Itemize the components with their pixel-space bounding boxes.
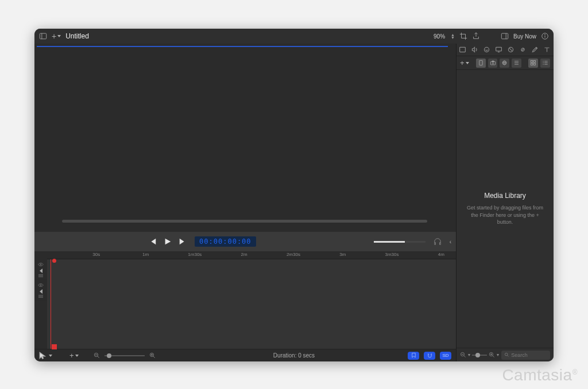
ruler-mark: 3m: [339, 252, 346, 257]
svg-point-52: [505, 353, 508, 356]
add-button[interactable]: +: [52, 32, 61, 40]
sidebar-toolbar: +: [457, 56, 554, 70]
playhead[interactable]: [51, 259, 51, 349]
playback-controls: [149, 236, 187, 247]
zoom-stepper[interactable]: ▲▼: [451, 33, 455, 39]
cursor-tool-icon[interactable]: [39, 352, 52, 360]
tab-audio-icon[interactable]: [471, 46, 478, 53]
zoom-out-icon[interactable]: [94, 352, 100, 359]
media-library-title: Media Library: [484, 192, 526, 200]
sidebar-tabs: [457, 44, 554, 56]
canvas-area-wrap: [34, 44, 456, 232]
svg-point-17: [484, 47, 489, 52]
playhead-handle-bottom[interactable]: [52, 344, 57, 349]
sidebar-search-input[interactable]: [511, 352, 547, 358]
prev-frame-button[interactable]: [149, 238, 157, 246]
buy-now-link[interactable]: Buy Now: [513, 33, 536, 40]
info-icon[interactable]: [541, 32, 549, 40]
svg-rect-37: [531, 63, 532, 65]
sidebar-add-button[interactable]: +: [460, 59, 469, 67]
ruler-mark: 2m30s: [287, 252, 300, 257]
view-rows-icon[interactable]: [540, 59, 550, 68]
sidebar-zoom-slider[interactable]: [472, 355, 487, 356]
sb-zoom-out-caret[interactable]: ▾: [468, 352, 470, 357]
add-track-button[interactable]: +: [69, 352, 79, 360]
view-device-icon[interactable]: [476, 59, 486, 68]
tab-block-icon[interactable]: [507, 46, 514, 53]
svg-line-49: [493, 356, 494, 357]
tab-monitor-icon[interactable]: [495, 46, 502, 53]
view-grid-icon[interactable]: [528, 59, 538, 68]
ruler-mark: 3m30s: [385, 252, 399, 257]
svg-rect-24: [479, 60, 482, 65]
tab-cursor-icon[interactable]: [483, 46, 490, 53]
svg-point-6: [545, 34, 546, 35]
timeline-ruler[interactable]: 30s1m1m30s2m2m30s3m3m30s4m: [47, 251, 456, 259]
app-window: + Untitled 90% ▲▼ Buy Now: [34, 29, 554, 361]
timecode-display[interactable]: 00:00:00:00: [195, 236, 256, 247]
zoom-in-icon[interactable]: [149, 352, 156, 359]
track-headers: [34, 251, 47, 349]
grip-icon: [38, 295, 43, 298]
sidebar-toggle-icon[interactable]: [39, 32, 47, 40]
track-area[interactable]: 30s1m1m30s2m2m30s3m3m30s4m: [47, 251, 456, 349]
view-globe-icon[interactable]: [500, 59, 509, 68]
right-sidebar: + Media Library Get started by dragging …: [456, 44, 554, 361]
share-icon[interactable]: [472, 32, 480, 40]
timeline-tracks[interactable]: [47, 259, 456, 349]
speaker-icon: [40, 289, 42, 294]
sidebar-zoom-controls: ▾ ▾: [460, 352, 499, 358]
svg-point-27: [492, 63, 494, 64]
timeline-zoom-slider[interactable]: [105, 355, 145, 356]
view-list-icon[interactable]: [512, 59, 521, 68]
sb-zoom-out-icon[interactable]: [460, 352, 466, 358]
top-toolbar: + Untitled 90% ▲▼ Buy Now: [34, 29, 554, 44]
svg-line-13: [153, 356, 154, 358]
marker-pill[interactable]: [408, 352, 419, 360]
svg-rect-35: [531, 60, 532, 62]
duration-label: Duration: 0 secs: [273, 352, 315, 359]
collapse-caret[interactable]: ‹: [450, 239, 451, 245]
ruler-mark: 1m30s: [188, 252, 202, 257]
playhead-handle-top[interactable]: [52, 259, 56, 263]
svg-rect-36: [533, 60, 535, 62]
canvas-scrollbar-h[interactable]: [62, 220, 427, 223]
crop-icon[interactable]: [459, 32, 467, 40]
project-title: Untitled: [65, 32, 89, 40]
svg-point-8: [40, 285, 41, 286]
sidebar-search[interactable]: [501, 351, 550, 360]
snap-pill[interactable]: SD: [440, 352, 451, 360]
tab-link-icon[interactable]: [519, 46, 527, 53]
editor-column: 00:00:00:00 ‹: [34, 44, 456, 361]
grip-icon: [38, 274, 43, 277]
play-button[interactable]: [163, 236, 173, 247]
svg-line-53: [508, 356, 509, 357]
sb-zoom-in-caret[interactable]: ▾: [497, 352, 499, 357]
track-header-2[interactable]: [34, 280, 47, 301]
svg-rect-0: [40, 33, 46, 39]
volume-slider[interactable]: [374, 241, 425, 243]
canvas-zoom-value[interactable]: 90%: [434, 33, 445, 40]
tab-edit-icon[interactable]: [531, 46, 539, 53]
svg-rect-38: [533, 63, 535, 65]
headphones-icon[interactable]: [434, 238, 442, 246]
watermark: Camtasia®: [502, 366, 578, 384]
magnet-pill[interactable]: [424, 352, 435, 360]
ruler-mark: 2m: [241, 252, 247, 257]
sb-zoom-in-icon[interactable]: [489, 352, 495, 358]
svg-line-46: [464, 356, 466, 357]
track-header-1[interactable]: [34, 259, 47, 280]
view-camera-icon[interactable]: [488, 59, 498, 68]
search-icon: [504, 352, 509, 358]
timeline: 30s1m1m30s2m2m30s3m3m30s4m: [34, 251, 456, 349]
preview-canvas[interactable]: [37, 46, 448, 47]
next-frame-button[interactable]: [179, 238, 187, 246]
status-bar: + Duration: 0 secs SD: [34, 349, 456, 361]
tab-text-icon[interactable]: [543, 46, 551, 53]
tab-record-icon[interactable]: [459, 46, 466, 53]
media-library-empty-state: Media Library Get started by dragging fi…: [457, 70, 554, 348]
panel-toggle-icon[interactable]: [501, 32, 509, 40]
sidebar-footer: ▾ ▾: [457, 348, 554, 361]
ruler-mark: 4m: [438, 252, 444, 257]
speaker-icon: [40, 269, 42, 273]
